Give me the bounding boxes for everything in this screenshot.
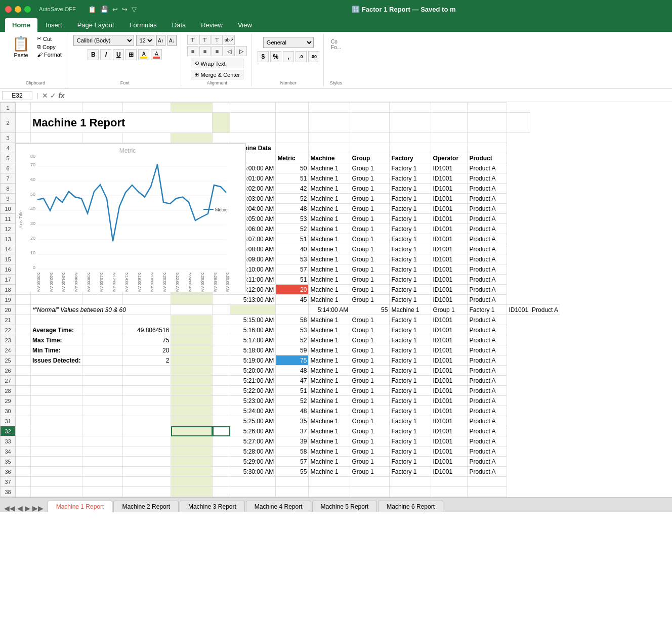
cancel-formula-icon[interactable]: ✕: [42, 92, 48, 100]
cell[interactable]: [82, 366, 123, 376]
align-top-right-button[interactable]: ⊤: [212, 35, 223, 45]
cell[interactable]: [82, 446, 123, 457]
cell[interactable]: [31, 366, 82, 376]
time-cell[interactable]: 5:01:00 AM: [230, 173, 276, 184]
cell[interactable]: [82, 143, 123, 153]
cell[interactable]: [31, 416, 82, 426]
metric-cell[interactable]: 53: [276, 214, 309, 224]
time-cell[interactable]: 5:30:00 AM: [230, 467, 276, 477]
time-cell[interactable]: 5:10:00 AM: [230, 264, 276, 275]
machine-cell[interactable]: Machine 1: [309, 426, 350, 436]
cell[interactable]: [16, 467, 31, 477]
machine-cell[interactable]: Machine 1: [309, 244, 350, 254]
border-button[interactable]: ⊞: [125, 49, 137, 60]
cell[interactable]: [16, 436, 31, 446]
cell[interactable]: Average Time:: [31, 325, 82, 335]
cell[interactable]: [82, 254, 123, 264]
time-cell[interactable]: 5:03:00 AM: [230, 194, 276, 204]
cell[interactable]: [213, 426, 230, 436]
cell[interactable]: [31, 426, 82, 436]
cell[interactable]: [350, 103, 390, 113]
machine-cell[interactable]: Machine 1: [309, 436, 350, 446]
cell[interactable]: [431, 487, 468, 497]
cell[interactable]: [171, 234, 213, 244]
cell[interactable]: [171, 345, 213, 355]
machine-cell[interactable]: Machine 1: [309, 295, 350, 305]
cell[interactable]: [16, 325, 31, 335]
metric-cell[interactable]: 57: [276, 264, 309, 275]
cell[interactable]: [468, 487, 507, 497]
cell[interactable]: [213, 275, 230, 285]
cell[interactable]: [171, 386, 213, 396]
cell[interactable]: [171, 457, 213, 467]
operator-cell[interactable]: ID1001: [431, 446, 468, 457]
cell[interactable]: [171, 305, 213, 315]
cell[interactable]: [213, 406, 230, 416]
cell[interactable]: [171, 244, 213, 254]
cell[interactable]: 75: [123, 335, 171, 345]
cell[interactable]: [123, 366, 171, 376]
cell[interactable]: [82, 345, 123, 355]
group-cell[interactable]: Group 1: [350, 366, 390, 376]
confirm-formula-icon[interactable]: ✓: [50, 92, 56, 100]
group-cell[interactable]: Group 1: [350, 335, 390, 345]
tab-insert[interactable]: Insert: [38, 18, 69, 32]
cell[interactable]: [82, 467, 123, 477]
cell[interactable]: [16, 487, 31, 497]
cell[interactable]: [213, 416, 230, 426]
cell[interactable]: [171, 426, 213, 436]
cell[interactable]: [82, 487, 123, 497]
cell[interactable]: [123, 386, 171, 396]
cell[interactable]: [31, 396, 82, 406]
cell[interactable]: Machine Data: [230, 143, 276, 153]
metric-cell[interactable]: 51: [276, 275, 309, 285]
cell[interactable]: Group: [350, 153, 390, 163]
product-cell[interactable]: Product A: [468, 224, 507, 234]
cell[interactable]: [82, 426, 123, 436]
cell[interactable]: [309, 133, 350, 143]
cell[interactable]: [123, 285, 171, 295]
time-cell[interactable]: 5:04:00 AM: [230, 204, 276, 214]
cell[interactable]: [213, 244, 230, 254]
underline-button[interactable]: U: [113, 49, 124, 60]
cell[interactable]: [213, 315, 230, 325]
metric-cell[interactable]: 52: [276, 396, 309, 406]
operator-cell[interactable]: ID1001: [431, 416, 468, 426]
cell[interactable]: [82, 376, 123, 386]
cell[interactable]: 2: [123, 355, 171, 366]
cell[interactable]: [16, 244, 31, 254]
cell[interactable]: [82, 173, 123, 184]
operator-cell[interactable]: ID1001: [431, 386, 468, 396]
cell[interactable]: [16, 457, 31, 467]
cell[interactable]: Product: [468, 153, 507, 163]
metric-cell[interactable]: 47: [276, 376, 309, 386]
time-cell[interactable]: 5:07:00 AM: [230, 234, 276, 244]
metric-cell[interactable]: 20: [276, 285, 309, 295]
cell[interactable]: Max Time:: [31, 335, 82, 345]
cell[interactable]: [213, 386, 230, 396]
cell[interactable]: [82, 224, 123, 234]
cell[interactable]: [82, 396, 123, 406]
product-cell[interactable]: Product A: [468, 184, 507, 194]
cell[interactable]: [16, 477, 31, 487]
product-cell[interactable]: Product A: [468, 386, 507, 396]
cell[interactable]: [350, 143, 390, 153]
cell[interactable]: Min Time:: [31, 345, 82, 355]
product-cell[interactable]: Product A: [468, 285, 507, 295]
cell[interactable]: [309, 477, 350, 487]
group-cell[interactable]: Group 1: [350, 457, 390, 467]
maximize-button[interactable]: [24, 6, 31, 13]
cell[interactable]: [213, 335, 230, 345]
cell[interactable]: [213, 254, 230, 264]
factory-cell[interactable]: Factory 1: [390, 355, 431, 366]
decrease-decimal-button[interactable]: .0: [296, 51, 307, 62]
cell[interactable]: [16, 143, 31, 153]
group-cell[interactable]: Group 1: [350, 295, 390, 305]
orientation-button[interactable]: ab↗: [224, 35, 235, 45]
cell[interactable]: [468, 103, 507, 113]
operator-cell[interactable]: ID1001: [431, 355, 468, 366]
sheet-tab-machine1[interactable]: Machine 1 Report: [48, 501, 113, 512]
minimize-button[interactable]: [15, 6, 21, 13]
cell[interactable]: [31, 406, 82, 416]
sheet-tab-machine4[interactable]: Machine 4 Report: [246, 501, 311, 512]
